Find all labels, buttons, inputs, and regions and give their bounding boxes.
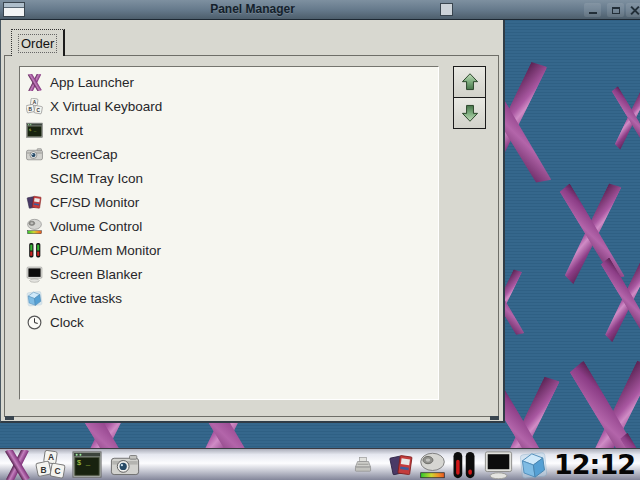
keyboard-keys-icon bbox=[26, 98, 43, 115]
list-item-label: CPU/Mem Monitor bbox=[50, 243, 161, 258]
terminal-icon[interactable] bbox=[70, 450, 104, 480]
close-button[interactable] bbox=[626, 3, 640, 17]
tab-label: Order bbox=[18, 34, 57, 53]
taskbar-launchers bbox=[2, 449, 143, 480]
maximize-icon bbox=[612, 7, 620, 14]
screen-blanker-icon[interactable] bbox=[480, 450, 517, 480]
list-item-scim-tray-icon[interactable]: SCIM Tray Icon bbox=[20, 166, 438, 190]
window-title: Panel Manager bbox=[0, 0, 505, 20]
list-item-screencap[interactable]: ScreenCap bbox=[20, 142, 438, 166]
list-item-app-launcher[interactable]: App Launcher bbox=[20, 70, 438, 94]
cpu-mem-bars-icon bbox=[26, 242, 43, 259]
list-item-cf-sd-monitor[interactable]: CF/SD Monitor bbox=[20, 190, 438, 214]
list-item-label: CF/SD Monitor bbox=[50, 195, 139, 210]
move-up-button[interactable] bbox=[453, 66, 486, 98]
ribbon-decoration bbox=[562, 185, 623, 284]
memory-cards-icon[interactable] bbox=[388, 451, 415, 480]
list-item-label: ScreenCap bbox=[50, 147, 118, 162]
tab-order[interactable]: Order bbox=[11, 29, 65, 56]
list-item-label: mrxvt bbox=[50, 123, 83, 138]
panel-items-list: App Launcher X Virtual Keyboard mrxvt Sc… bbox=[19, 66, 439, 400]
panel-manager-window: Order App Launcher X Virtual Keyboard mr… bbox=[0, 20, 505, 423]
cube-icon bbox=[26, 290, 43, 307]
list-item-volume-control[interactable]: Volume Control bbox=[20, 214, 438, 238]
minimize-icon bbox=[589, 12, 597, 14]
list-item-clock[interactable]: Clock bbox=[20, 310, 438, 334]
ribbon-decoration bbox=[602, 258, 640, 341]
move-down-button[interactable] bbox=[453, 97, 486, 129]
memory-cards-icon bbox=[26, 194, 43, 211]
list-item-label: App Launcher bbox=[50, 75, 134, 90]
list-item-label: X Virtual Keyboard bbox=[50, 99, 162, 114]
scim-input-icon[interactable] bbox=[352, 454, 374, 476]
list-item-label: SCIM Tray Icon bbox=[50, 171, 143, 186]
taskbar-tray: 12:12 bbox=[352, 449, 638, 480]
clock-face-icon bbox=[26, 314, 43, 331]
speaker-icon bbox=[26, 218, 43, 235]
close-icon bbox=[629, 5, 640, 16]
list-item-x-virtual-keyboard[interactable]: X Virtual Keyboard bbox=[20, 94, 438, 118]
list-item-cpu-mem-monitor[interactable]: CPU/Mem Monitor bbox=[20, 238, 438, 262]
up-arrow-icon bbox=[459, 71, 481, 93]
resize-grip-right[interactable] bbox=[490, 416, 499, 420]
list-item-label: Active tasks bbox=[50, 291, 122, 306]
keyboard-keys-icon[interactable] bbox=[35, 450, 67, 480]
x-ribbon-icon bbox=[26, 74, 43, 91]
taskbar-clock: 12:12 bbox=[554, 450, 635, 480]
down-arrow-icon bbox=[459, 102, 481, 124]
cpu-mem-bars-icon[interactable] bbox=[450, 450, 478, 480]
volume-speaker-icon[interactable] bbox=[417, 451, 448, 480]
titlebar-blank-button[interactable] bbox=[440, 3, 453, 16]
ribbon-decoration bbox=[613, 87, 640, 149]
blank-icon bbox=[26, 170, 43, 187]
monitor-icon bbox=[26, 266, 43, 283]
list-item-mrxvt[interactable]: mrxvt bbox=[20, 118, 438, 142]
camera-icon bbox=[26, 146, 43, 163]
terminal-icon bbox=[26, 122, 43, 139]
resize-grip-left[interactable] bbox=[5, 416, 14, 420]
list-item-label: Screen Blanker bbox=[50, 267, 142, 282]
camera-icon[interactable] bbox=[107, 451, 143, 480]
list-item-screen-blanker[interactable]: Screen Blanker bbox=[20, 262, 438, 286]
taskbar: 12:12 bbox=[0, 448, 640, 480]
window-titlebar: Panel Manager bbox=[0, 0, 640, 20]
active-tasks-cube-icon[interactable] bbox=[518, 450, 549, 480]
list-item-label: Clock bbox=[50, 315, 84, 330]
maximize-button[interactable] bbox=[607, 3, 624, 17]
x-app-launcher-icon[interactable] bbox=[2, 450, 32, 480]
minimize-button[interactable] bbox=[584, 3, 601, 17]
list-item-active-tasks[interactable]: Active tasks bbox=[20, 286, 438, 310]
list-item-label: Volume Control bbox=[50, 219, 142, 234]
